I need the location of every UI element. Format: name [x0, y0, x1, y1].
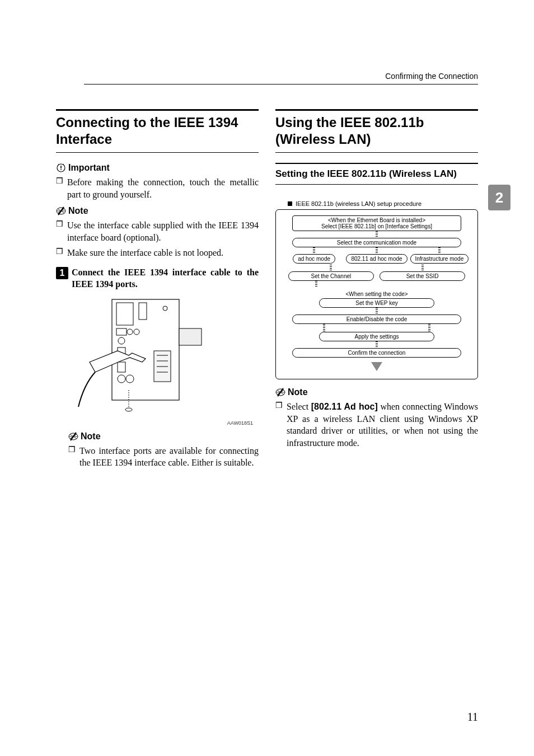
right-section-title: Using the IEEE 802.11b (Wireless LAN)	[275, 109, 478, 153]
connector	[421, 265, 424, 271]
left-column: Connecting to the IEEE 1394 Interface Im…	[56, 109, 259, 472]
note-label: Note	[68, 206, 88, 216]
step-number-icon: 1	[56, 267, 68, 279]
note-bold: [802.11 Ad hoc]	[311, 402, 378, 411]
svg-point-17	[125, 408, 132, 411]
note-heading: Note	[56, 206, 259, 216]
note-heading-2: Note	[68, 431, 259, 442]
important-icon	[56, 163, 66, 173]
chapter-tab: 2	[488, 185, 510, 210]
important-heading: Important	[56, 163, 259, 173]
list-item: ❒Two interface ports are available for c…	[68, 445, 259, 469]
diagram-frame: <When the Ethernet Board is installed> S…	[275, 209, 478, 379]
diagram-title: IEEE 802.11b (wireless LAN) setup proced…	[288, 200, 478, 207]
note-pre: Select	[287, 402, 311, 411]
note-list-2: ❒Two interface ports are available for c…	[68, 445, 259, 469]
diag-set-wep: Set the WEP key	[319, 298, 434, 308]
note-label-right: Note	[288, 387, 308, 397]
running-header: Confirming the Connection	[385, 72, 478, 81]
diag-set-ssid: Set the SSID	[380, 271, 465, 281]
diag-text: Select [IEEE 802.11b] on [Interface Sett…	[297, 223, 457, 229]
svg-rect-8	[179, 328, 202, 345]
list-item: ❒Before making the connection, touch the…	[56, 176, 259, 200]
diag-box-comm: Select the communication mode	[292, 238, 462, 247]
diag-row-set: Set the Channel Set the SSID	[288, 265, 465, 281]
cable-figure	[67, 295, 259, 418]
diag-mode: Infrastructure mode	[410, 254, 469, 264]
arrow-down-icon	[371, 362, 382, 371]
diag-mode: ad hoc mode	[293, 254, 335, 264]
connector	[313, 247, 315, 254]
connector	[376, 247, 378, 254]
two-column-layout: Connecting to the IEEE 1394 Interface Im…	[56, 109, 478, 472]
step-1: 1 Connect the IEEE 1394 interface cable …	[56, 267, 259, 290]
diag-row-modes: ad hoc mode 802.11 ad hoc mode Infrastru…	[284, 247, 469, 264]
right-column: Using the IEEE 802.11b (Wireless LAN) Se…	[275, 109, 478, 472]
diag-mode: 802.11 ad hoc mode	[346, 254, 407, 264]
svg-rect-4	[112, 299, 179, 400]
list-item: ❒Make sure the interface cable is not lo…	[56, 247, 259, 259]
diag-set-channel: Set the Channel	[288, 271, 374, 281]
connector	[376, 341, 378, 348]
right-subsection: Setting the IEEE 802.11b (Wireless LAN)	[275, 163, 478, 185]
note-label-2: Note	[81, 431, 101, 442]
svg-rect-1	[60, 166, 62, 168]
diag-apply: Apply the settings	[319, 332, 434, 341]
diag-enable-disable: Enable/Disable the code	[292, 314, 462, 324]
diag-confirm: Confirm the connection	[292, 348, 462, 358]
connector	[438, 247, 441, 254]
diag-text: <When the Ethernet Board is installed>	[297, 217, 457, 223]
connector	[330, 265, 332, 271]
list-item: ❒ Select [802.11 Ad hoc] when connecting…	[275, 401, 478, 449]
figure-caption: AAW018S1	[56, 420, 253, 426]
connector	[376, 308, 378, 314]
diag-box-interface: <When the Ethernet Board is installed> S…	[292, 215, 462, 231]
note-list-1: ❒Use the interface cable supplied with t…	[56, 219, 259, 259]
connector	[376, 231, 378, 238]
indented-note-block: Note ❒Two interface ports are available …	[68, 431, 259, 469]
setup-procedure-diagram: IEEE 802.11b (wireless LAN) setup proced…	[275, 200, 478, 379]
connector	[315, 281, 317, 288]
important-list: ❒Before making the connection, touch the…	[56, 176, 259, 200]
page-number: 11	[467, 711, 478, 724]
note-icon	[275, 387, 285, 397]
list-item: ❒Use the interface cable supplied with t…	[56, 219, 259, 243]
important-label: Important	[68, 163, 110, 173]
left-section-title: Connecting to the IEEE 1394 Interface	[56, 109, 259, 153]
note-icon	[56, 206, 66, 216]
connector-split	[299, 324, 453, 332]
note-list-right: ❒ Select [802.11 Ad hoc] when connecting…	[275, 401, 478, 449]
note-icon	[68, 431, 78, 442]
note-heading-right: Note	[275, 387, 478, 397]
note-text-right: Select [802.11 Ad hoc] when connecting W…	[287, 401, 478, 449]
header-rule	[84, 84, 478, 84]
diag-when-code: <When setting the code>	[345, 291, 407, 297]
svg-rect-2	[60, 169, 62, 170]
step-text: Connect the IEEE 1394 interface cable to…	[72, 267, 259, 290]
